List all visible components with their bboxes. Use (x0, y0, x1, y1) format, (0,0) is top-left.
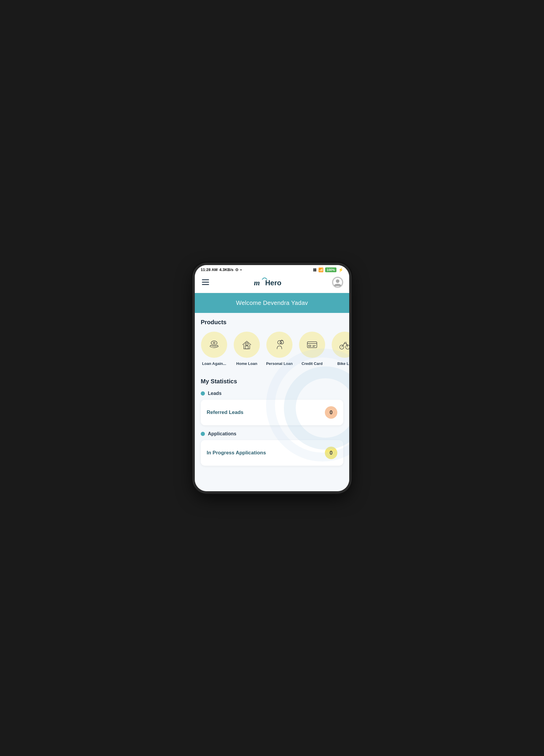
leads-label: Leads (208, 391, 222, 396)
user-icon (332, 277, 343, 287)
leads-category: Leads (195, 389, 349, 400)
dot-indicator: • (240, 267, 242, 272)
user-avatar-button[interactable] (332, 277, 343, 288)
wifi-icon: 📶 (318, 267, 323, 272)
status-right: ⊠ 📶 100 % ⚡ (313, 267, 343, 272)
device-frame: 11:28 AM 4.3KB/s ⊙ • ⊠ 📶 100 % ⚡ m (195, 265, 349, 491)
in-progress-label: In Progress Applications (207, 450, 266, 456)
svg-point-3 (336, 279, 339, 283)
main-content: Products (195, 313, 349, 491)
battery-indicator: 100 % (325, 267, 336, 272)
leads-dot (201, 391, 205, 396)
charging-icon: ⚡ (338, 267, 343, 272)
referred-leads-value: 0 (329, 409, 332, 416)
svg-rect-14 (307, 342, 317, 348)
svg-rect-16 (308, 345, 311, 347)
product-label-bike-loan: Bike L... (337, 361, 349, 366)
product-item-home-loan[interactable]: $ Home Loan (234, 332, 260, 366)
status-left: 11:28 AM 4.3KB/s ⊙ • (201, 267, 242, 272)
product-circle-home-loan: $ (234, 332, 260, 358)
bike-icon (338, 338, 349, 351)
statistics-title: My Statistics (195, 375, 349, 389)
personal-loan-icon: $ (273, 338, 286, 351)
product-circle-credit-card (299, 332, 325, 358)
time: 11:28 AM (201, 267, 218, 272)
svg-text:$: $ (281, 341, 282, 344)
svg-text:m: m (254, 278, 260, 287)
credit-card-icon (305, 338, 318, 351)
product-circle-bike-loan (332, 332, 349, 358)
network-icon: ⊙ (235, 267, 239, 272)
products-scroll-container: Loan Again... $ (195, 330, 349, 374)
in-progress-value: 0 (329, 450, 332, 456)
product-label-home-loan: Home Loan (237, 361, 258, 366)
app-logo: m Hero (253, 276, 289, 288)
product-label-personal-loan: Personal Loan (266, 361, 293, 366)
welcome-text: Welcome Devendra Yadav (201, 300, 343, 306)
menu-button[interactable] (201, 278, 210, 286)
home-loan-icon: $ (240, 338, 253, 351)
products-section-title: Products (195, 313, 349, 330)
status-bar: 11:28 AM 4.3KB/s ⊙ • ⊠ 📶 100 % ⚡ (195, 265, 349, 273)
welcome-banner: Welcome Devendra Yadav (195, 293, 349, 313)
statistics-section: My Statistics Leads Referred Leads 0 App… (195, 374, 349, 473)
network-speed: 4.3KB/s (220, 267, 234, 272)
applications-label: Applications (208, 431, 237, 437)
logo-svg: m Hero (253, 276, 289, 288)
product-label-credit-card: Credit Card (302, 361, 323, 366)
product-label-loan-again: Loan Again... (202, 361, 226, 366)
product-circle-loan-again (201, 332, 227, 358)
referred-leads-card: Referred Leads 0 (201, 400, 343, 425)
referred-leads-label: Referred Leads (207, 409, 244, 415)
svg-rect-8 (245, 346, 248, 349)
svg-text:$: $ (246, 343, 248, 345)
in-progress-applications-card: In Progress Applications 0 (201, 440, 343, 466)
svg-text:Hero: Hero (265, 279, 281, 287)
referred-leads-badge: 0 (325, 406, 337, 419)
product-item-bike-loan[interactable]: Bike L... (331, 332, 349, 366)
product-item-credit-card[interactable]: Credit Card (299, 332, 325, 366)
product-item-loan-again[interactable]: Loan Again... (201, 332, 228, 366)
applications-category: Applications (195, 430, 349, 440)
loan-again-icon (208, 338, 221, 351)
in-progress-badge: 0 (325, 447, 337, 459)
applications-dot (201, 432, 205, 436)
product-circle-personal-loan: $ (267, 332, 292, 358)
product-item-personal-loan[interactable]: $ Personal Loan (266, 332, 293, 366)
close-icon: ⊠ (313, 267, 316, 272)
app-header: m Hero (195, 273, 349, 293)
